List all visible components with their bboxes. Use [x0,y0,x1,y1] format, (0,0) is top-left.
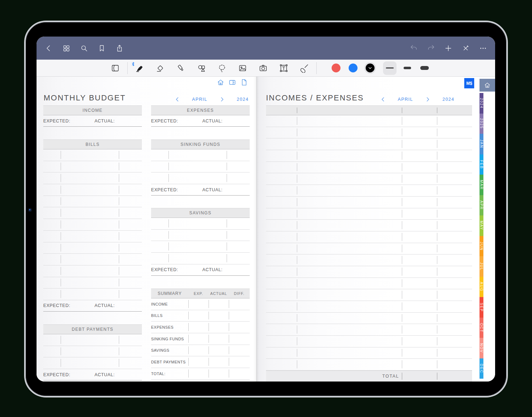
column-divider [168,242,169,251]
month-tab[interactable]: SEP [480,297,483,318]
month-tab[interactable]: JUN [480,236,483,257]
search-icon[interactable] [80,44,88,53]
next-month-icon[interactable] [220,97,224,102]
column-divider [61,347,61,356]
text-tool[interactable] [279,63,289,73]
prev-month-icon[interactable] [381,97,385,102]
month-tab[interactable]: 2024 [480,93,483,114]
column-divider [402,108,402,113]
color-red-dot[interactable] [332,64,340,72]
home-icon [484,82,491,89]
summary-row-label: BILLS [151,313,162,318]
page-switcher-icon[interactable] [110,63,120,73]
topbar-left-group [44,44,124,53]
column-divider [61,255,61,263]
column-divider [402,325,402,334]
month-tab[interactable]: AUG [480,277,483,297]
month-tab[interactable]: MAY [480,215,483,236]
column-divider [437,337,437,345]
month-link[interactable]: APRIL [192,97,207,102]
table-row [266,173,472,185]
table-row [43,242,142,254]
column-divider [209,335,209,343]
month-tab[interactable]: FEB [480,154,483,175]
column-divider [168,174,169,182]
month-tab[interactable]: NOV [480,338,483,358]
column-divider [437,198,437,206]
color-blue-dot[interactable] [349,64,358,72]
table-row [266,220,472,231]
column-divider [229,300,229,308]
pen-tool[interactable] [135,63,145,73]
column-divider [168,254,169,262]
column-divider [188,300,189,308]
summary-col-header: ACTUAL [209,291,229,296]
add-page-icon[interactable] [444,44,453,53]
column-divider [229,369,229,378]
table-row [266,185,472,197]
debt-payments-header: DEBT PAYMENTS [43,324,142,334]
year-link[interactable]: 2024 [237,97,249,102]
table-row [266,127,472,139]
lasso-tool[interactable] [217,63,227,73]
year-link[interactable]: 2024 [443,97,454,102]
column-divider [61,336,61,344]
prev-month-icon[interactable] [175,97,179,102]
more-icon[interactable] [479,44,487,53]
column-divider [188,358,189,366]
column-divider [119,163,119,171]
debt-expected-actual: EXPECTED: ACTUAL: [43,369,142,380]
table-row [43,219,142,231]
next-month-icon[interactable] [426,97,430,102]
month-tab[interactable]: OCT [480,318,483,338]
column-divider [297,279,297,287]
undo-icon[interactable] [409,44,418,53]
shapes-tool[interactable] [196,63,206,73]
exit-edit-mode-icon[interactable] [461,44,470,53]
column-divider [402,245,402,253]
image-tool[interactable] [238,63,248,73]
month-tab[interactable]: JUL [480,256,483,277]
redo-icon[interactable] [427,44,435,53]
column-divider [437,175,437,183]
stroke-thick-button[interactable] [418,61,431,75]
month-link[interactable]: APRIL [398,97,413,102]
table-row [151,149,250,161]
bookmark-icon[interactable] [98,44,106,53]
app-screen: MONTHLY BUDGET APRIL 2024 INCOME EXPECTE… [37,37,495,382]
month-tab[interactable]: MAR [480,175,483,195]
pages-grid-icon[interactable] [62,44,71,53]
column-divider [297,163,297,171]
budget-column-1: INCOME EXPECTED: ACTUAL: BILLS EXPECTED:… [43,105,142,380]
actual-label: ACTUAL: [203,187,223,192]
month-tab[interactable]: APR [480,195,483,216]
color-black-dot-selected[interactable] [366,64,375,72]
camera-tool[interactable] [258,63,268,73]
expected-label: EXPECTED: [151,267,203,272]
month-tab[interactable]: JAN [480,134,483,154]
column-divider [402,128,402,137]
back-icon[interactable] [44,44,53,53]
column-divider [227,231,227,239]
highlighter-tool[interactable] [176,63,186,73]
share-icon[interactable] [115,44,124,53]
column-divider [437,279,437,287]
top-navigation-bar [37,37,495,60]
column-divider [437,108,437,113]
home-tab[interactable] [480,79,495,92]
column-divider [437,233,437,241]
column-divider [61,209,61,217]
table-row [43,196,142,208]
stroke-thin-button[interactable] [383,61,397,75]
eraser-tool[interactable] [155,63,165,73]
month-tab[interactable]: 2025 [480,114,483,134]
column-divider [402,186,402,194]
column-divider [297,210,297,218]
column-divider [168,231,169,239]
column-divider [437,302,437,311]
stroke-medium-button[interactable] [400,61,414,75]
month-tab[interactable]: DEC [480,358,483,379]
table-row [151,172,250,184]
sticker-wand-tool[interactable] [299,63,309,73]
column-divider [227,151,227,159]
